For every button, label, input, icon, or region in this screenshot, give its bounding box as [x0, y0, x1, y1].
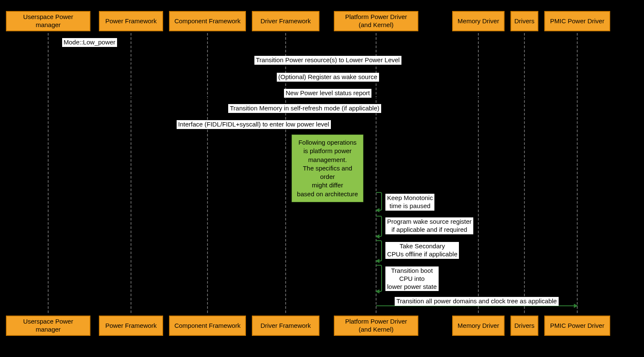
participant-platform-bottom: Platform Power Driver (and Kernel) — [334, 316, 418, 336]
participant-drivers-bottom: Drivers — [510, 316, 538, 336]
sequence-diagram: Userspace Power managerUserspace Power m… — [0, 0, 644, 357]
participant-pmic-bottom: PMIC Power Driver — [544, 316, 610, 336]
participant-userspace-top: Userspace Power manager — [6, 11, 90, 31]
arrow-head-icon — [130, 96, 134, 100]
message-label-2: (Optional) Register as wake source — [277, 73, 379, 82]
arrow-head-icon — [130, 80, 134, 84]
arrow-head-icon — [574, 304, 578, 308]
participant-powerfw-bottom: Power Framework — [99, 316, 163, 336]
arrow-head-icon — [375, 208, 379, 212]
self-message-loop-1 — [376, 216, 382, 237]
lifeline-drivers — [524, 33, 525, 313]
participant-platform-top: Platform Power Driver (and Kernel) — [334, 11, 418, 31]
arrow-head-icon — [475, 111, 479, 115]
self-message-label-1: Program wake source register if applicab… — [385, 217, 473, 234]
participant-compfw-top: Component Framework — [169, 11, 246, 31]
self-message-loop-2 — [376, 240, 382, 261]
participant-userspace-bottom: Userspace Power manager — [6, 316, 90, 336]
message-label-0: Mode::Low_power — [62, 38, 117, 47]
self-message-loop-0 — [376, 192, 382, 211]
message-label-1: Transition Power resource(s) to Lower Po… — [254, 56, 401, 65]
self-message-label-0: Keep Monotonic time is paused — [385, 194, 434, 211]
participant-driverfw-top: Driver Framework — [252, 11, 319, 31]
message-label-4: Transition Memory in self-refresh mode (… — [228, 104, 381, 113]
participant-driverfw-bottom: Driver Framework — [252, 316, 319, 336]
arrow-head-icon — [375, 289, 379, 294]
message-label-6: Transition all power domains and clock t… — [395, 297, 559, 306]
arrow-head-icon — [521, 63, 525, 67]
arrow-head-icon — [375, 234, 379, 239]
lifeline-pmic — [577, 33, 578, 313]
self-message-label-3: Transition boot CPU into lower power sta… — [385, 266, 439, 291]
participant-memory-bottom: Memory Driver — [452, 316, 505, 336]
message-label-5: Interface (FIDL/FIDL+syscall) to enter l… — [177, 120, 331, 129]
participant-powerfw-top: Power Framework — [99, 11, 163, 31]
participant-pmic-top: PMIC Power Driver — [544, 11, 610, 31]
arrow-head-icon — [128, 43, 132, 47]
participant-memory-top: Memory Driver — [452, 11, 505, 31]
lifeline-compfw — [207, 33, 208, 313]
lifeline-memory — [478, 33, 479, 313]
participant-drivers-top: Drivers — [510, 11, 538, 31]
participant-compfw-bottom: Component Framework — [169, 316, 246, 336]
lifeline-powerfw — [131, 33, 131, 313]
arrow-head-icon — [373, 127, 377, 131]
note-platform-ops: Following operations is platform power m… — [292, 135, 363, 202]
message-label-3: New Power level status report — [284, 89, 371, 98]
lifeline-userspace — [48, 33, 49, 313]
arrow-head-icon — [375, 259, 379, 263]
self-message-label-2: Take Secondary CPUs offline if applicabl… — [385, 242, 459, 259]
self-message-loop-3 — [376, 265, 382, 292]
